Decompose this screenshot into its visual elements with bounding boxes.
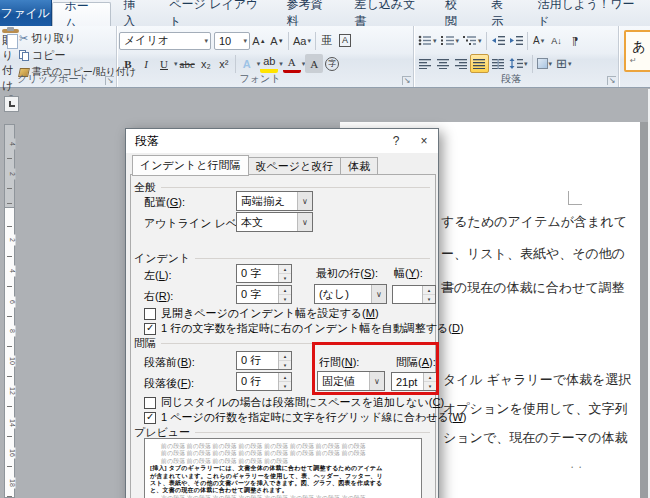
tab-references[interactable]: 参考資料	[274, 0, 342, 26]
auto-adjust-checkbox[interactable]	[144, 323, 156, 335]
spinner-up-icon[interactable]: ▴	[423, 286, 435, 294]
scissors-icon: ✂	[19, 32, 28, 45]
align-right-button[interactable]	[452, 54, 470, 73]
change-case-button[interactable]: Aa▾	[291, 31, 313, 50]
asian-layout-button[interactable]: A▾	[530, 31, 548, 50]
highlight-button[interactable]: ab	[260, 54, 278, 73]
clipboard-dialog-launcher-icon[interactable]: ↘	[105, 76, 114, 85]
alignment-combo[interactable]: 両端揃え ∨	[236, 191, 313, 211]
underline-button[interactable]: U	[155, 54, 173, 73]
space-after-spinner[interactable]: 0 行 ▴▾	[236, 372, 292, 391]
justify-button[interactable]	[470, 54, 489, 73]
strikethrough-button[interactable]: abc	[178, 54, 197, 73]
first-line-width-spinner[interactable]: ▴▾	[392, 285, 436, 304]
tab-page-layout[interactable]: ページ レイアウト	[157, 0, 274, 26]
text-effects-button[interactable]: A	[238, 54, 256, 73]
increase-indent-button[interactable]	[507, 31, 525, 50]
spinner-down-icon[interactable]: ▾	[279, 360, 291, 369]
spinner-down-icon[interactable]: ▾	[279, 294, 291, 303]
bold-button[interactable]: B	[119, 54, 137, 73]
mirror-indents-checkbox[interactable]	[144, 308, 156, 320]
style-gallery-item-normal[interactable]: あ ↵	[624, 30, 650, 72]
font-dialog-launcher-icon[interactable]: ↘	[402, 76, 411, 85]
bullet-list-button[interactable]: ▾	[416, 31, 439, 50]
chevron-down-icon[interactable]: ∨	[371, 285, 386, 303]
auto-adjust-checkbox-row: 1 行の文字数を指定時に右のインデント幅を自動調整する(D)	[144, 321, 464, 336]
line-spacing-combo[interactable]: 固定値 ∨	[317, 371, 385, 391]
ruler-number: 2	[6, 169, 16, 180]
dialog-title-bar[interactable]: 段落 ? ×	[126, 129, 438, 153]
enclose-character-button[interactable]: 字	[323, 54, 341, 73]
tab-stop-selector[interactable]	[4, 96, 19, 112]
snap-to-grid-checkbox[interactable]	[144, 412, 156, 424]
numbered-list-button[interactable]: ▾	[439, 31, 462, 50]
sort-button[interactable]: A↓	[548, 31, 566, 50]
tab-file[interactable]: ファイル	[0, 0, 52, 26]
character-shading-button[interactable]: A	[305, 54, 323, 73]
tab-home[interactable]: ホーム	[52, 2, 112, 26]
borders-button[interactable]: ⊞▾	[554, 54, 573, 73]
spinner-up-icon[interactable]: ▴	[279, 265, 291, 273]
ruby-button[interactable]: 亜	[318, 31, 336, 50]
distribute-button[interactable]	[489, 54, 507, 73]
subscript-button[interactable]: x₂	[197, 54, 215, 73]
spinner-down-icon[interactable]: ▾	[424, 381, 436, 390]
font-name-combo[interactable]: メイリオ ▾	[119, 32, 211, 50]
sort-icon: A↓	[551, 36, 562, 46]
page-shadow	[640, 122, 648, 498]
align-right-icon	[455, 59, 468, 69]
indent-left-spinner[interactable]: 0 字 ▴▾	[236, 264, 292, 283]
shrink-font-button[interactable]: A▼	[268, 31, 286, 50]
spinner-down-icon[interactable]: ▾	[279, 381, 291, 390]
close-icon[interactable]: ×	[410, 131, 438, 151]
document-text-line: 書の現在の体裁に合わせて調整	[441, 279, 625, 297]
spinner-up-icon[interactable]: ▴	[424, 373, 436, 381]
paragraph-dialog-launcher-icon[interactable]: ↘	[607, 76, 616, 85]
grow-font-button[interactable]: A▲	[250, 31, 268, 50]
dialog-tab-strip: インデントと行間隔 改ページと改行 体裁	[132, 155, 378, 175]
multilevel-list-button[interactable]: ▾	[461, 31, 484, 50]
tab-review[interactable]: 校閲	[433, 0, 479, 26]
shading-button[interactable]: ▾	[535, 54, 555, 73]
same-style-checkbox[interactable]	[144, 397, 156, 409]
space-before-spinner[interactable]: 0 行 ▴▾	[236, 351, 292, 370]
tab-mailings[interactable]: 差し込み文書	[343, 0, 434, 26]
vertical-ruler[interactable]: 2 4 6 8 10 12 14 16 18	[4, 207, 15, 498]
first-line-combo[interactable]: (なし) ∨	[314, 284, 387, 304]
tab-custom-word[interactable]: 活用しよう！ワード	[525, 0, 650, 26]
document-text-line: オプションを使用して、文字列	[443, 400, 627, 418]
decrease-indent-button[interactable]	[489, 31, 507, 50]
superscript-button[interactable]: x²	[215, 54, 233, 73]
tab-asian-typography[interactable]: 体裁	[341, 157, 378, 175]
chevron-down-icon[interactable]: ∨	[297, 213, 312, 231]
align-center-button[interactable]	[434, 54, 452, 73]
spinner-down-icon[interactable]: ▾	[423, 294, 435, 303]
spinner-down-icon[interactable]: ▾	[279, 273, 291, 282]
font-size-combo[interactable]: 10 ▾	[214, 32, 250, 50]
outline-level-value: 本文	[237, 215, 263, 230]
spinner-up-icon[interactable]: ▴	[279, 352, 291, 360]
font-color-button[interactable]: A	[283, 54, 301, 73]
tab-view[interactable]: 表示	[479, 0, 525, 26]
tab-insert[interactable]: 挿入	[111, 0, 157, 26]
ruby-icon: 亜	[321, 33, 332, 48]
tab-indents-and-spacing[interactable]: インデントと行間隔	[132, 155, 249, 176]
line-spacing-button[interactable]: ▾	[507, 54, 530, 73]
document-text-line: ー、リスト、表紙や、その他の	[441, 245, 625, 263]
chevron-down-icon[interactable]: ∨	[297, 192, 312, 210]
spinner-up-icon[interactable]: ▴	[279, 373, 291, 381]
chevron-down-icon[interactable]: ∨	[369, 372, 384, 390]
enclose-line-button[interactable]: A	[336, 31, 354, 50]
italic-button[interactable]: I	[137, 54, 155, 73]
align-left-button[interactable]	[416, 54, 434, 73]
show-marks-button[interactable]: ¶	[566, 31, 584, 50]
vertical-ruler-margin[interactable]: 4 2	[4, 124, 15, 208]
ruler-number: 14	[6, 418, 16, 429]
spacing-at-spinner[interactable]: 21pt ▴▾	[391, 372, 437, 391]
spinner-up-icon[interactable]: ▴	[279, 286, 291, 294]
help-button[interactable]: ?	[382, 131, 410, 151]
indent-right-spinner[interactable]: 0 字 ▴▾	[236, 285, 292, 304]
paste-button[interactable]: 貼り付け ▾	[2, 28, 19, 74]
outline-level-combo[interactable]: 本文 ∨	[236, 212, 313, 232]
tab-line-and-page-breaks[interactable]: 改ページと改行	[249, 157, 342, 175]
